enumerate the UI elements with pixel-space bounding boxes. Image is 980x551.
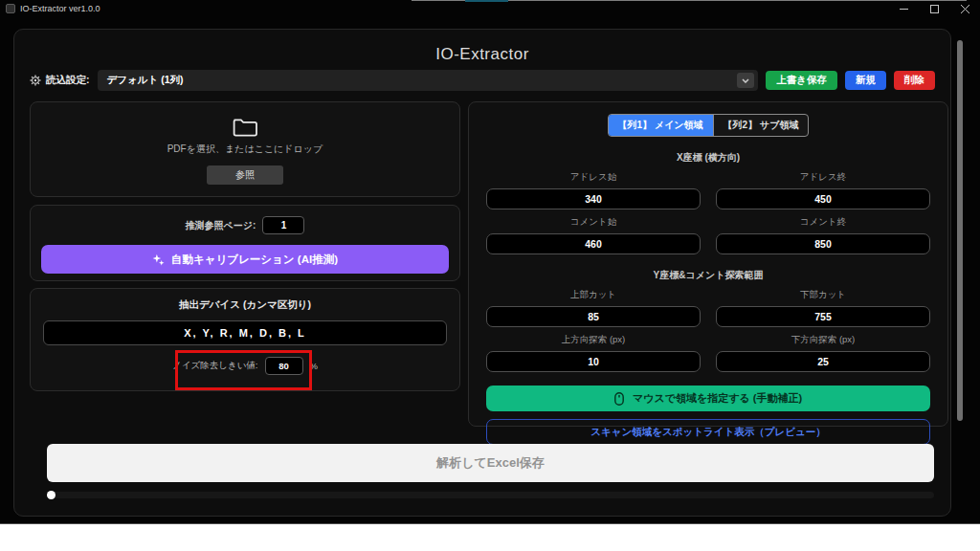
- field-label: 下部カット: [716, 289, 930, 301]
- y-coord-section-title: Y座標&コメント探索範囲: [486, 269, 930, 282]
- maximize-button[interactable]: [919, 0, 949, 17]
- region-settings-panel: 【列1】 メイン領域 【列2】 サブ領域 X座標 (横方向) アドレス始 アドレ…: [468, 101, 948, 427]
- minimize-button[interactable]: [888, 0, 919, 17]
- browse-button[interactable]: 参照: [207, 165, 283, 185]
- field-bottom-cut: 下部カット: [716, 289, 930, 327]
- tab-main-region[interactable]: 【列1】 メイン領域: [609, 115, 713, 136]
- sparkles-icon: [152, 253, 165, 266]
- noise-unit-label: %: [310, 361, 318, 371]
- field-label: コメント始: [486, 216, 701, 229]
- settings-row: 読込設定: デフォルト (1列) 上書き保存 新規 削除: [30, 70, 935, 91]
- search-down-input[interactable]: [716, 351, 930, 372]
- auto-calibration-label: 自動キャリブレーション (AI推測): [171, 253, 338, 267]
- mouse-select-region-label: マウスで領域を指定する (手動補正): [633, 391, 802, 406]
- maximize-icon: [930, 5, 939, 13]
- analyze-save-excel-button[interactable]: 解析してExcel保存: [47, 444, 934, 482]
- comment-end-input[interactable]: [716, 233, 930, 254]
- overwrite-save-button[interactable]: 上書き保存: [766, 71, 837, 90]
- new-preset-button[interactable]: 新規: [845, 71, 886, 90]
- address-end-input[interactable]: [716, 188, 930, 209]
- address-start-input[interactable]: [486, 188, 701, 209]
- tab-sub-region[interactable]: 【列2】 サブ領域: [713, 115, 809, 136]
- left-column: PDFを選択、またはここにドロップ 参照 推測参照ページ: 自動キャリブレーショ…: [30, 101, 460, 391]
- minimize-icon: [900, 5, 908, 13]
- noise-threshold-label: ノイズ除去しきい値:: [172, 360, 257, 372]
- app-window: IO-Extractor ver1.0.0 IO-Extractor: [0, 0, 980, 524]
- column-tabs: 【列1】 メイン領域 【列2】 サブ領域: [608, 114, 810, 137]
- field-search-up: 上方向探索 (px): [486, 334, 701, 372]
- auto-calibration-button[interactable]: 自動キャリブレーション (AI推測): [41, 245, 449, 274]
- main-panel: IO-Extractor 読込設定: デフォルト (1列): [13, 29, 951, 517]
- x-coord-section-title: X座標 (横方向): [486, 151, 930, 165]
- mouse-select-region-button[interactable]: マウスで領域を指定する (手動補正): [486, 386, 930, 411]
- field-address-end: アドレス終: [716, 171, 930, 209]
- preset-selected-value: デフォルト (1列): [107, 74, 738, 87]
- folder-icon: [231, 115, 259, 138]
- window-title: IO-Extractor ver1.0.0: [20, 4, 100, 13]
- field-label: 上部カット: [486, 289, 701, 301]
- reference-page-input[interactable]: [262, 216, 304, 234]
- mouse-icon: [614, 392, 624, 406]
- calibration-card: 推測参照ページ: 自動キャリブレーション (AI推測): [30, 205, 460, 281]
- search-up-input[interactable]: [486, 351, 701, 372]
- field-comment-start: コメント始: [486, 216, 701, 254]
- field-label: アドレス終: [716, 171, 930, 184]
- reference-page-label: 推測参照ページ:: [186, 219, 256, 232]
- noise-threshold-input[interactable]: [265, 357, 303, 375]
- pdf-dropzone[interactable]: PDFを選択、またはここにドロップ 参照: [30, 101, 460, 197]
- spotlight-preview-button[interactable]: スキャン領域をスポットライト表示（プレビュー）: [486, 419, 930, 445]
- chevron-down-icon: [737, 73, 754, 88]
- device-list-input[interactable]: [43, 320, 447, 345]
- field-label: 下方向探索 (px): [716, 334, 930, 346]
- progress-handle[interactable]: [47, 491, 56, 499]
- vertical-scrollbar[interactable]: [957, 40, 963, 421]
- window-controls: [888, 0, 980, 17]
- gear-icon: [30, 75, 41, 86]
- bottom-cut-input[interactable]: [716, 306, 930, 327]
- page-title: IO-Extractor: [14, 45, 950, 64]
- device-title: 抽出デバイス (カンマ区切り): [31, 298, 459, 312]
- app-icon: [6, 4, 15, 13]
- comment-start-input[interactable]: [486, 233, 701, 254]
- close-button[interactable]: [949, 0, 980, 17]
- field-search-down: 下方向探索 (px): [716, 334, 930, 372]
- y-fields-grid: 上部カット 下部カット 上方向探索 (px) 下方向探索 (px): [486, 289, 930, 372]
- x-fields-grid: アドレス始 アドレス終 コメント始 コメント終: [486, 171, 930, 254]
- dropzone-hint: PDFを選択、またはここにドロップ: [167, 143, 323, 156]
- field-address-start: アドレス始: [486, 171, 701, 209]
- field-top-cut: 上部カット: [486, 289, 701, 327]
- close-icon: [961, 5, 969, 13]
- field-label: アドレス始: [486, 171, 701, 184]
- progress-bar[interactable]: [47, 492, 934, 498]
- field-label: 上方向探索 (px): [486, 334, 701, 346]
- titlebar: IO-Extractor ver1.0.0: [0, 0, 980, 17]
- field-label: コメント終: [716, 216, 930, 229]
- device-card: 抽出デバイス (カンマ区切り) ノイズ除去しきい値: %: [30, 288, 460, 391]
- delete-preset-button[interactable]: 削除: [894, 71, 935, 90]
- top-cut-input[interactable]: [486, 306, 701, 327]
- settings-label: 読込設定:: [46, 74, 90, 87]
- preset-select[interactable]: デフォルト (1列): [98, 70, 759, 91]
- field-comment-end: コメント終: [716, 216, 930, 254]
- noise-row: ノイズ除去しきい値: %: [31, 357, 459, 375]
